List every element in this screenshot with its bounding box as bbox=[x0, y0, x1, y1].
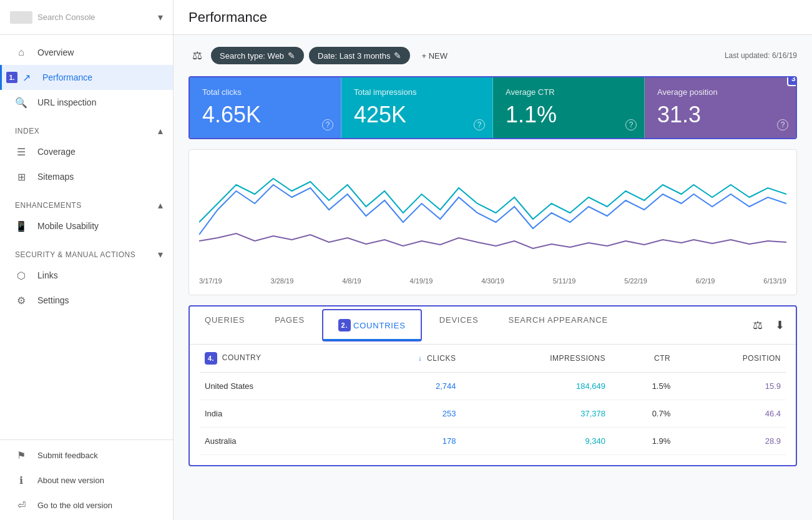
metric-card-total-impressions[interactable]: Total impressions 425K ? bbox=[341, 77, 493, 138]
column-header-impressions[interactable]: Impressions bbox=[461, 345, 610, 373]
metric-label: Total clicks bbox=[202, 87, 328, 97]
chart-labels: 3/17/19 3/28/19 4/8/19 4/19/19 4/30/19 5… bbox=[199, 272, 786, 285]
position-value: 28.9 bbox=[675, 428, 786, 455]
tab-queries[interactable]: QUERIES bbox=[190, 307, 260, 344]
index-section-header[interactable]: Index ▴ bbox=[0, 115, 173, 139]
sidebar-header: Search Console ▾ bbox=[0, 0, 173, 35]
impressions-value[interactable]: 184,649 bbox=[461, 373, 610, 400]
metric-value: 31.3 bbox=[657, 102, 783, 128]
tab-search-appearance[interactable]: SEARCH APPEARANCE bbox=[493, 307, 623, 344]
column-header-clicks[interactable]: ↓ Clicks bbox=[351, 345, 461, 373]
ctr-value: 1.9% bbox=[610, 428, 675, 455]
column-header-ctr[interactable]: CTR bbox=[610, 345, 675, 373]
index-section-label: Index bbox=[15, 127, 39, 135]
chevron-down-icon[interactable]: ▾ bbox=[158, 11, 163, 23]
chart-date-label: 4/8/19 bbox=[342, 277, 361, 285]
metric-value: 425K bbox=[354, 102, 480, 128]
clicks-value[interactable]: 253 bbox=[351, 400, 461, 428]
feedback-icon: ⚑ bbox=[15, 449, 27, 461]
sidebar-item-coverage[interactable]: ☰ Coverage bbox=[0, 139, 173, 164]
metric-card-total-clicks[interactable]: Total clicks 4.65K ? bbox=[190, 77, 341, 138]
sidebar-item-url-inspection[interactable]: 🔍 URL inspection bbox=[0, 90, 173, 115]
help-icon[interactable]: ? bbox=[777, 119, 788, 130]
chart-date-label: 5/22/19 bbox=[624, 277, 647, 285]
sidebar-item-settings[interactable]: ⚙ Settings bbox=[0, 288, 173, 313]
new-button[interactable]: + NEW bbox=[415, 47, 454, 64]
chart-date-label: 3/17/19 bbox=[199, 277, 222, 285]
sidebar-item-sitemaps[interactable]: ⊞ Sitemaps bbox=[0, 164, 173, 189]
metric-card-average-position[interactable]: Average position 31.3 ? 3. bbox=[645, 77, 796, 138]
security-section-header[interactable]: Security & Manual Actions ▾ bbox=[0, 238, 173, 263]
clicks-value[interactable]: 178 bbox=[351, 428, 461, 455]
submit-feedback-button[interactable]: ⚑ Submit feedback bbox=[0, 443, 173, 468]
tab-countries[interactable]: 2. COUNTRIES bbox=[322, 309, 422, 341]
country-name: United States bbox=[200, 373, 351, 400]
help-icon[interactable]: ? bbox=[474, 119, 485, 130]
table-container: 4. Country ↓ Clicks Impressions CTR Posi… bbox=[190, 345, 796, 465]
metric-label: Total impressions bbox=[354, 87, 480, 97]
badge-3: 3. bbox=[787, 76, 797, 86]
logo-text: Search Console bbox=[37, 12, 158, 22]
footer-label: About new version bbox=[37, 476, 104, 485]
table-row: Australia 178 9,340 1.9% 28.9 bbox=[200, 428, 786, 455]
go-to-old-version-button[interactable]: ⏎ Go to the old version bbox=[0, 493, 173, 518]
date-label: Date: Last 3 months bbox=[318, 51, 390, 61]
metrics-container: Total clicks 4.65K ? Total impressions 4… bbox=[188, 76, 797, 139]
search-type-chip[interactable]: Search type: Web ✎ bbox=[211, 47, 304, 64]
badge-4: 4. bbox=[205, 352, 217, 365]
exit-icon: ⏎ bbox=[15, 499, 27, 511]
sidebar-item-mobile-usability[interactable]: 📱 Mobile Usability bbox=[0, 213, 173, 238]
sidebar-item-label: Settings bbox=[37, 295, 69, 305]
settings-icon: ⚙ bbox=[15, 294, 27, 307]
ctr-value: 1.5% bbox=[610, 373, 675, 400]
sidebar-item-performance[interactable]: 1. ↗ Performance bbox=[0, 65, 173, 90]
search-type-label: Search type: Web bbox=[220, 51, 284, 61]
country-name: India bbox=[200, 400, 351, 428]
impressions-value[interactable]: 9,340 bbox=[461, 428, 610, 455]
search-icon: 🔍 bbox=[15, 96, 27, 109]
performance-badge: 1. bbox=[5, 71, 19, 84]
metric-card-average-ctr[interactable]: Average CTR 1.1% ? bbox=[493, 77, 645, 138]
sidebar-navigation: ⌂ Overview 1. ↗ Performance 🔍 URL inspec… bbox=[0, 35, 173, 439]
tab-pages[interactable]: PAGES bbox=[260, 307, 320, 344]
about-new-version-button[interactable]: ℹ About new version bbox=[0, 468, 173, 493]
chart-date-label: 4/30/19 bbox=[481, 277, 504, 285]
country-name: Australia bbox=[200, 428, 351, 455]
filter-table-button[interactable]: ⚖ bbox=[749, 315, 766, 336]
footer-label: Submit feedback bbox=[37, 451, 98, 460]
metric-label: Average position bbox=[657, 87, 783, 97]
chevron-down-icon: ▾ bbox=[158, 248, 164, 260]
table-row: India 253 37,378 0.7% 46.4 bbox=[200, 400, 786, 428]
column-header-position[interactable]: Position bbox=[675, 345, 786, 373]
table-row: United States 2,744 184,649 1.5% 15.9 bbox=[200, 373, 786, 400]
chart-date-label: 6/13/19 bbox=[763, 277, 786, 285]
chevron-up-icon: ▴ bbox=[158, 199, 164, 211]
position-value: 15.9 bbox=[675, 373, 786, 400]
toolbar: ⚖ Search type: Web ✎ Date: Last 3 months… bbox=[188, 45, 797, 66]
sidebar-item-overview[interactable]: ⌂ Overview bbox=[0, 40, 173, 65]
clicks-value[interactable]: 2,744 bbox=[351, 373, 461, 400]
tab-badge-2: 2. bbox=[338, 319, 351, 331]
chart-area bbox=[199, 160, 786, 272]
filter-button[interactable]: ⚖ bbox=[188, 45, 206, 66]
chart-container: 3/17/19 3/28/19 4/8/19 4/19/19 4/30/19 5… bbox=[188, 149, 797, 295]
help-icon[interactable]: ? bbox=[625, 119, 637, 130]
sidebar-item-links[interactable]: ⬡ Links bbox=[0, 263, 173, 288]
sidebar-item-label: URL inspection bbox=[37, 97, 96, 107]
metric-value: 4.65K bbox=[202, 102, 328, 128]
sidebar-item-label: Coverage bbox=[37, 147, 76, 157]
download-button[interactable]: ⬇ bbox=[771, 315, 788, 336]
enhancements-section-header[interactable]: Enhancements ▴ bbox=[0, 189, 173, 213]
chart-date-label: 3/28/19 bbox=[271, 277, 294, 285]
tab-devices[interactable]: DEVICES bbox=[424, 307, 494, 344]
chart-date-label: 5/11/19 bbox=[553, 277, 576, 285]
new-button-label: + NEW bbox=[421, 51, 448, 61]
security-section-label: Security & Manual Actions bbox=[15, 250, 135, 259]
impressions-value[interactable]: 37,378 bbox=[461, 400, 610, 428]
help-icon[interactable]: ? bbox=[322, 119, 333, 130]
phone-icon: 📱 bbox=[15, 220, 27, 232]
grid-icon: ⊞ bbox=[15, 170, 27, 183]
tabs-header: QUERIES PAGES 2. COUNTRIES DEVICES SEARC… bbox=[190, 307, 796, 345]
links-icon: ⬡ bbox=[15, 269, 27, 282]
date-chip[interactable]: Date: Last 3 months ✎ bbox=[309, 47, 410, 64]
